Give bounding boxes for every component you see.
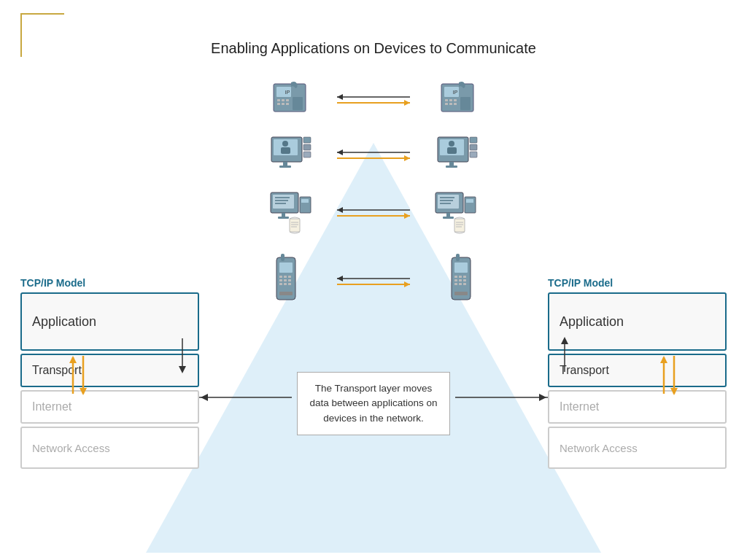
svg-rect-100 — [454, 279, 457, 281]
svg-rect-28 — [281, 147, 290, 154]
svg-rect-52 — [282, 213, 285, 217]
svg-rect-72 — [466, 199, 473, 203]
page-title: Enabling Applications on Devices to Comm… — [0, 40, 747, 57]
device-icon-monitor-left — [268, 131, 313, 179]
svg-rect-41 — [447, 147, 457, 154]
transport-description-box: The Transport layer moves data between a… — [297, 372, 450, 435]
svg-rect-98 — [459, 276, 462, 278]
svg-marker-63 — [404, 213, 410, 219]
svg-rect-79 — [279, 262, 293, 273]
svg-rect-31 — [303, 137, 311, 143]
svg-marker-61 — [337, 207, 343, 213]
right-application-layer: Application — [548, 292, 727, 351]
svg-rect-82 — [288, 276, 291, 278]
arrow-mobiles — [330, 274, 417, 289]
right-internet-layer: Internet — [548, 390, 727, 424]
device-icon-computer-left — [268, 188, 314, 238]
svg-marker-12 — [337, 94, 343, 100]
svg-marker-93 — [404, 281, 410, 287]
svg-rect-6 — [286, 99, 289, 101]
svg-rect-103 — [454, 283, 457, 285]
svg-text:IP: IP — [285, 90, 290, 95]
right-model-label: TCP/IP Model — [548, 277, 727, 289]
svg-rect-45 — [470, 144, 477, 150]
svg-text:IP: IP — [453, 90, 458, 95]
right-transport-layer: Transport — [548, 354, 727, 387]
left-internet-layer: Internet — [20, 390, 199, 424]
svg-rect-95 — [456, 254, 460, 261]
svg-rect-65 — [438, 195, 459, 209]
svg-rect-30 — [279, 166, 291, 168]
right-network-access-layer: Network Access — [548, 427, 727, 469]
device-row-computers — [268, 188, 479, 238]
svg-rect-102 — [463, 279, 466, 281]
svg-rect-106 — [454, 292, 468, 295]
device-icon-phone-right: IP — [436, 77, 479, 123]
svg-marker-116 — [201, 394, 208, 401]
right-tcpip-model: TCP/IP Model Application Transport Inter… — [548, 277, 727, 472]
svg-marker-91 — [337, 276, 343, 281]
svg-point-40 — [449, 141, 454, 147]
left-model-label: TCP/IP Model — [20, 277, 199, 289]
svg-rect-80 — [279, 276, 282, 278]
device-icon-phone-left: IP — [268, 77, 311, 123]
svg-rect-81 — [284, 276, 287, 278]
svg-rect-89 — [279, 292, 293, 295]
svg-rect-48 — [273, 195, 294, 209]
svg-rect-22 — [449, 103, 452, 105]
svg-rect-43 — [446, 166, 457, 168]
left-application-layer: Application — [20, 292, 199, 351]
svg-rect-24 — [460, 97, 471, 110]
svg-rect-99 — [463, 276, 466, 278]
arrow-monitors — [330, 148, 417, 163]
device-row-monitors — [268, 131, 479, 179]
svg-rect-73 — [454, 219, 465, 232]
device-row-phones: IP IP — [268, 77, 479, 123]
svg-rect-101 — [459, 279, 462, 281]
svg-rect-10 — [293, 97, 303, 110]
svg-rect-85 — [288, 279, 291, 281]
device-icon-monitor-right — [434, 131, 479, 179]
left-tcpip-model: TCP/IP Model Application Transport Inter… — [20, 277, 199, 472]
svg-rect-7 — [277, 103, 280, 105]
svg-rect-44 — [470, 137, 477, 143]
corner-border-top — [20, 13, 64, 15]
device-icon-mobile-right — [443, 254, 479, 309]
svg-rect-78 — [281, 254, 285, 261]
svg-rect-104 — [459, 283, 462, 285]
svg-rect-8 — [282, 103, 285, 105]
svg-rect-46 — [470, 152, 477, 158]
svg-rect-4 — [277, 99, 280, 101]
svg-rect-84 — [284, 279, 287, 281]
svg-rect-18 — [445, 99, 448, 101]
svg-marker-118 — [539, 394, 546, 401]
svg-rect-23 — [454, 103, 457, 105]
svg-marker-14 — [404, 100, 410, 106]
svg-rect-56 — [290, 219, 300, 232]
svg-rect-97 — [454, 276, 457, 278]
svg-rect-96 — [454, 262, 468, 273]
svg-rect-53 — [278, 217, 289, 219]
device-icon-mobile-left — [268, 254, 304, 309]
svg-rect-86 — [279, 283, 282, 285]
svg-rect-87 — [284, 283, 287, 285]
svg-marker-35 — [337, 149, 343, 155]
svg-rect-21 — [445, 103, 448, 105]
svg-rect-9 — [286, 103, 289, 105]
svg-rect-55 — [301, 199, 309, 203]
svg-rect-19 — [449, 99, 452, 101]
svg-rect-5 — [282, 99, 285, 101]
svg-point-27 — [282, 141, 288, 147]
svg-rect-69 — [446, 213, 450, 217]
device-icon-computer-right — [433, 188, 479, 238]
svg-rect-32 — [303, 144, 311, 150]
svg-rect-88 — [288, 283, 291, 285]
left-network-access-layer: Network Access — [20, 427, 199, 469]
svg-rect-83 — [279, 279, 282, 281]
left-transport-layer: Transport — [20, 354, 199, 387]
svg-rect-20 — [454, 99, 457, 101]
svg-rect-70 — [443, 217, 454, 219]
device-row-mobiles — [268, 254, 479, 309]
svg-marker-37 — [404, 155, 410, 161]
svg-rect-105 — [463, 283, 466, 285]
